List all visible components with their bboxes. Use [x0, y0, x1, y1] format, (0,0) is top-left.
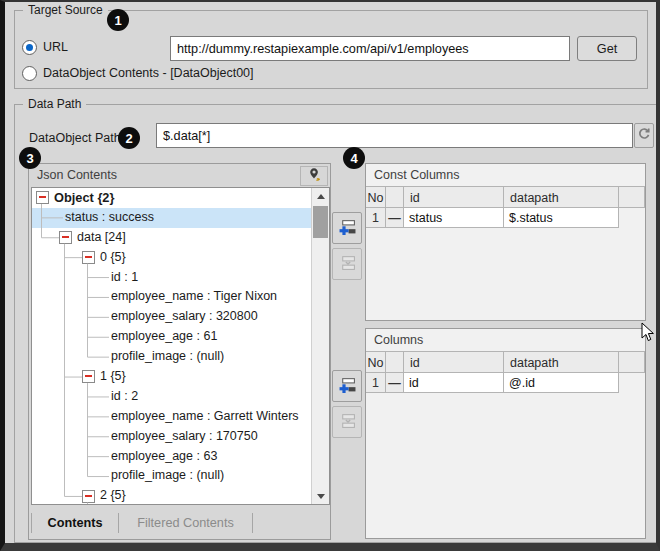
- json-contents-title: Json Contents: [37, 168, 117, 182]
- dataobject-path-label: DataObject Path: [29, 131, 121, 145]
- tab-filtered-contents[interactable]: Filtered Contents: [119, 507, 252, 539]
- tree-node[interactable]: employee_name : Tiger Nixon: [32, 287, 312, 307]
- column-header: No: [366, 351, 386, 373]
- scroll-down-button[interactable]: [312, 488, 329, 504]
- tree-node[interactable]: profile_image : (null): [32, 466, 312, 486]
- column-header: [386, 351, 404, 373]
- tree-node-label: status : success: [65, 208, 154, 228]
- tree-scrollbar[interactable]: [311, 188, 329, 504]
- tree-node-label: employee_salary : 170750: [111, 427, 258, 447]
- column-header: [619, 186, 645, 208]
- row-number-cell: 1: [366, 208, 386, 228]
- add-row-icon: [339, 376, 356, 396]
- const-duplicate-row-button[interactable]: [332, 248, 362, 280]
- get-button[interactable]: Get: [577, 36, 637, 61]
- data-path-title: Data Path: [23, 97, 86, 111]
- json-contents-panel: Json Contents Object {2}status : success…: [28, 163, 331, 540]
- tree-rows: Object {2}status : successdata [24]0 {5}…: [32, 188, 312, 505]
- tree-node[interactable]: 0 {5}: [32, 248, 312, 268]
- dialog-body: Target Source 1 URL http://dummy.restapi…: [5, 2, 656, 543]
- tree-node[interactable]: Object {2}: [32, 188, 312, 208]
- column-header: datapath: [504, 186, 619, 208]
- tree-node-label: data [24]: [77, 228, 126, 248]
- refresh-icon: [637, 127, 651, 144]
- tree-node[interactable]: profile_image : (null): [32, 347, 312, 367]
- tree-node-label: employee_salary : 320800: [111, 307, 258, 327]
- collapse-minus-icon[interactable]: [82, 251, 95, 264]
- column-header: [619, 351, 645, 373]
- columns-table: Noiddatapath1—id@.id: [366, 351, 645, 393]
- columns-add-row-button[interactable]: [332, 370, 362, 402]
- column-header: [386, 186, 404, 208]
- column-header: id: [404, 351, 504, 373]
- tab-contents[interactable]: Contents: [32, 507, 118, 539]
- step-badge-4: 4: [343, 147, 365, 169]
- collapse-minus-icon[interactable]: [59, 231, 72, 244]
- url-radio-label[interactable]: URL: [43, 40, 68, 54]
- id-cell[interactable]: status: [404, 208, 504, 228]
- mouse-cursor: [641, 322, 655, 346]
- row-grip-cell[interactable]: —: [386, 373, 404, 393]
- target-source-title: Target Source: [23, 3, 108, 17]
- columns-title: Columns: [374, 333, 423, 347]
- columns-duplicate-row-button[interactable]: [332, 406, 362, 438]
- add-row-icon: [339, 218, 356, 238]
- scroll-up-button[interactable]: [312, 188, 329, 204]
- dataobject-radio[interactable]: [22, 66, 37, 81]
- tree-node[interactable]: 1 {5}: [32, 367, 312, 387]
- tree-node[interactable]: employee_salary : 170750: [32, 427, 312, 447]
- datapath-input[interactable]: $.data[*]: [156, 123, 633, 148]
- json-tree: Object {2}status : successdata [24]0 {5}…: [31, 187, 330, 505]
- tree-node-label: id : 2: [111, 387, 138, 407]
- tree-node-label: employee_age : 63: [111, 447, 217, 467]
- const-columns-panel: Const Columns Noiddatapath1—status$.stat…: [365, 163, 646, 321]
- step-badge-3: 3: [19, 147, 41, 169]
- collapse-minus-icon[interactable]: [82, 370, 95, 383]
- empty-cell: [619, 373, 645, 393]
- tree-node-label: 1 {5}: [100, 367, 126, 387]
- arrow-pointer-icon: [641, 322, 655, 343]
- step-badge-1: 1: [107, 9, 129, 31]
- const-columns-title: Const Columns: [374, 168, 459, 182]
- collapse-minus-icon[interactable]: [36, 191, 49, 204]
- datapath-cell[interactable]: $.status: [504, 208, 619, 228]
- pin-button[interactable]: [300, 166, 328, 186]
- const-add-row-button[interactable]: [332, 212, 362, 244]
- tree-node[interactable]: employee_salary : 320800: [32, 307, 312, 327]
- tree-node-label: Object {2}: [54, 188, 114, 208]
- tree-node[interactable]: employee_age : 61: [32, 327, 312, 347]
- datapath-cell[interactable]: @.id: [504, 373, 619, 393]
- tree-node-label: employee_age : 61: [111, 327, 217, 347]
- column-header: id: [404, 186, 504, 208]
- tab-separator: [252, 513, 253, 533]
- columns-panel: Columns Noiddatapath1—id@.id: [365, 328, 646, 539]
- tree-node[interactable]: id : 2: [32, 387, 312, 407]
- tree-tabbar: ContentsFiltered Contents: [31, 507, 328, 539]
- window: Target Source 1 URL http://dummy.restapi…: [0, 0, 660, 551]
- tree-node[interactable]: id : 1: [32, 268, 312, 288]
- location-pin-icon: [307, 167, 322, 185]
- tree-node[interactable]: data [24]: [32, 228, 312, 248]
- tree-node-label: 0 {5}: [100, 248, 126, 268]
- collapse-minus-icon[interactable]: [82, 490, 95, 503]
- duplicate-row-icon: [339, 254, 356, 274]
- const-columns-table: Noiddatapath1—status$.status: [366, 186, 645, 228]
- tree-node-label: employee_name : Garrett Winters: [111, 407, 299, 427]
- tree-node-label: profile_image : (null): [111, 347, 224, 367]
- url-radio[interactable]: [22, 40, 37, 55]
- tree-node-label: profile_image : (null): [111, 466, 224, 486]
- refresh-button[interactable]: [634, 123, 654, 148]
- id-cell[interactable]: id: [404, 373, 504, 393]
- url-input[interactable]: http://dummy.restapiexample.com/api/v1/e…: [170, 36, 570, 61]
- tree-node-label: employee_name : Tiger Nixon: [111, 287, 277, 307]
- tree-node[interactable]: employee_age : 63: [32, 447, 312, 467]
- row-grip-cell[interactable]: —: [386, 208, 404, 228]
- empty-cell: [619, 208, 645, 228]
- tree-node[interactable]: employee_name : Garrett Winters: [32, 407, 312, 427]
- tree-node-label: 2 {5}: [100, 486, 126, 505]
- row-number-cell: 1: [366, 373, 386, 393]
- scrollbar-thumb[interactable]: [313, 206, 328, 238]
- tree-node[interactable]: status : success: [32, 208, 312, 228]
- tree-node[interactable]: 2 {5}: [32, 486, 312, 505]
- dataobject-radio-label[interactable]: DataObject Contents - [DataObject00]: [43, 66, 254, 80]
